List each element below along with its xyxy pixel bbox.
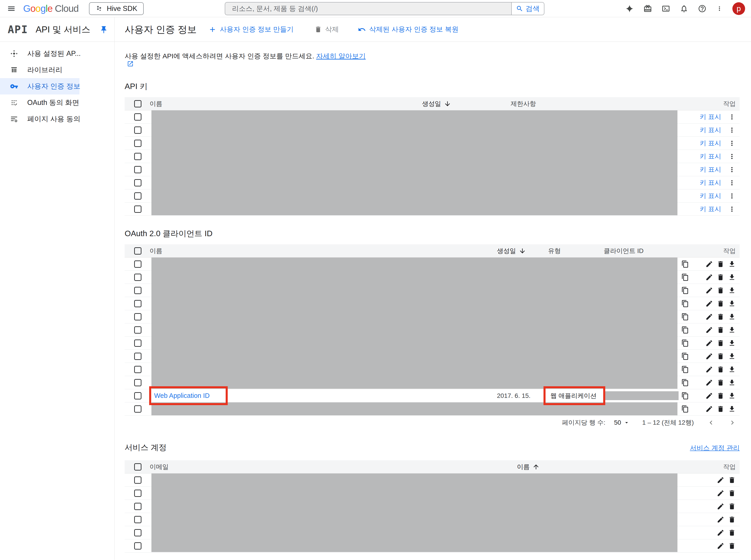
edit-icon[interactable] [717,489,725,497]
sidebar-item-credentials[interactable]: 사용자 인증 정보 [0,78,79,95]
edit-icon[interactable] [717,516,725,523]
row-checkbox[interactable] [134,140,141,147]
copy-icon[interactable] [681,326,689,334]
copy-icon[interactable] [681,313,689,321]
more-vert-icon[interactable] [728,192,736,200]
delete-icon[interactable] [717,286,725,294]
more-vert-icon[interactable] [728,126,736,134]
row-checkbox[interactable] [134,503,141,510]
avatar[interactable]: p [732,2,745,15]
help-icon[interactable] [698,4,707,13]
delete-icon[interactable] [728,489,736,497]
row-checkbox[interactable] [134,392,141,399]
edit-icon[interactable] [705,392,713,400]
row-checkbox[interactable] [134,274,141,281]
learn-more-link[interactable]: 자세히 알아보기 [316,52,366,60]
row-checkbox[interactable] [134,192,141,200]
sidebar-item-oauth-consent[interactable]: OAuth 동의 화면 [0,95,79,111]
copy-icon[interactable] [681,405,689,413]
rows-per-page-select[interactable]: 50 [614,419,630,426]
edit-icon[interactable] [717,529,725,537]
sidebar-item-library[interactable]: 라이브러리 [0,62,79,78]
row-checkbox[interactable] [134,353,141,360]
row-checkbox[interactable] [134,366,141,373]
copy-icon[interactable] [681,353,689,360]
download-icon[interactable] [728,379,736,386]
copy-icon[interactable] [681,274,689,281]
copy-icon[interactable] [681,379,689,386]
row-checkbox[interactable] [134,542,141,549]
show-key-link[interactable]: 키 표시 [700,192,721,201]
sort-by-created[interactable]: 생성일 [422,99,451,108]
row-checkbox[interactable] [134,179,141,186]
delete-icon[interactable] [717,326,725,334]
row-checkbox[interactable] [134,313,141,320]
search-button[interactable]: 검색 [511,2,544,15]
copy-icon[interactable] [681,366,689,373]
row-checkbox[interactable] [134,489,141,497]
sidebar-item-page-consent[interactable]: 페이지 사용 동의 [0,111,79,127]
edit-icon[interactable] [705,274,713,281]
edit-icon[interactable] [717,476,725,484]
cloud-shell-icon[interactable] [662,4,670,13]
delete-icon[interactable] [717,405,725,413]
edit-icon[interactable] [717,542,725,550]
row-checkbox[interactable] [134,405,141,413]
more-vert-icon[interactable] [728,153,736,160]
copy-icon[interactable] [681,339,689,347]
row-checkbox[interactable] [134,476,141,484]
download-icon[interactable] [728,326,736,334]
copy-icon[interactable] [681,286,689,294]
pin-icon[interactable] [99,25,108,34]
row-checkbox[interactable] [134,326,141,334]
row-checkbox[interactable] [134,260,141,268]
edit-icon[interactable] [705,260,713,268]
copy-icon[interactable] [681,300,689,307]
more-vert-icon[interactable] [728,113,736,121]
show-key-link[interactable]: 키 표시 [700,178,721,187]
download-icon[interactable] [728,392,736,400]
row-checkbox[interactable] [134,166,141,173]
edit-icon[interactable] [705,313,713,321]
delete-icon[interactable] [728,529,736,537]
delete-icon[interactable] [717,274,725,281]
more-vert-icon[interactable] [728,205,736,213]
show-key-link[interactable]: 키 표시 [700,125,721,135]
edit-icon[interactable] [705,286,713,294]
edit-icon[interactable] [705,405,713,413]
row-checkbox[interactable] [134,379,141,386]
show-key-link[interactable]: 키 표시 [700,165,721,174]
edit-icon[interactable] [705,379,713,386]
edit-icon[interactable] [705,326,713,334]
download-icon[interactable] [728,260,736,268]
edit-icon[interactable] [717,503,725,510]
delete-button[interactable]: 삭제 [314,25,339,34]
row-checkbox[interactable] [134,126,141,134]
download-icon[interactable] [728,313,736,321]
show-key-link[interactable]: 키 표시 [700,139,721,148]
gemini-spark-icon[interactable] [625,4,634,13]
delete-icon[interactable] [717,300,725,307]
delete-icon[interactable] [728,503,736,510]
download-icon[interactable] [728,286,736,294]
select-all-checkbox[interactable] [134,463,141,471]
download-icon[interactable] [728,405,736,413]
row-checkbox[interactable] [134,529,141,536]
row-checkbox[interactable] [134,153,141,160]
row-checkbox[interactable] [134,300,141,307]
previous-page-icon[interactable] [707,419,715,427]
more-vert-icon[interactable] [728,139,736,147]
more-vert-icon[interactable] [716,4,723,13]
row-checkbox[interactable] [134,516,141,523]
delete-icon[interactable] [728,476,736,484]
edit-icon[interactable] [705,366,713,373]
more-vert-icon[interactable] [728,166,736,174]
create-credentials-button[interactable]: 사용자 인증 정보 만들기 [208,25,293,34]
more-vert-icon[interactable] [728,179,736,187]
show-key-link[interactable]: 키 표시 [700,113,721,121]
delete-icon[interactable] [717,353,725,360]
edit-icon[interactable] [705,300,713,307]
delete-icon[interactable] [728,516,736,523]
sort-by-name[interactable]: 이름 [517,463,540,471]
download-icon[interactable] [728,353,736,360]
